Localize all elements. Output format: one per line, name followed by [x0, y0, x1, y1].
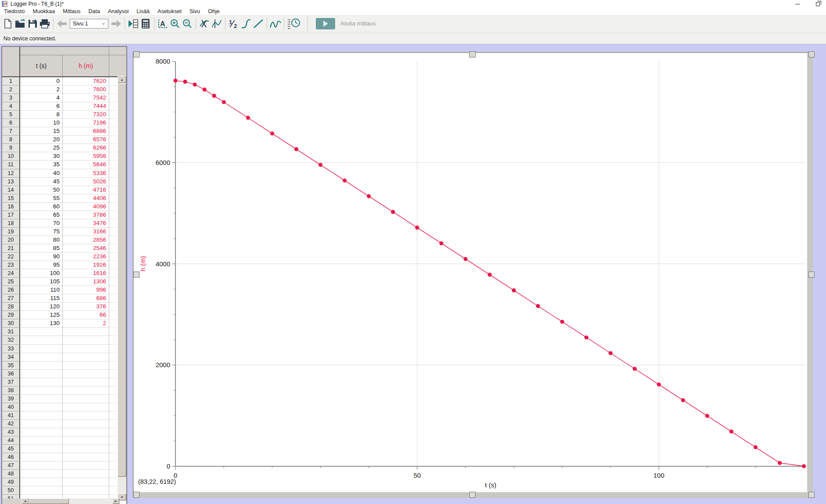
cell-t[interactable]: 75: [20, 228, 63, 236]
cell-h[interactable]: 1306: [63, 278, 109, 286]
cell-h[interactable]: 4716: [63, 186, 109, 194]
cell-t[interactable]: 8: [20, 111, 63, 119]
cell-t[interactable]: 125: [20, 311, 63, 319]
cell-t[interactable]: [20, 470, 63, 478]
cell-h[interactable]: 686: [63, 294, 109, 303]
cell-h[interactable]: [63, 436, 109, 445]
scroll-up-icon[interactable]: ▲: [118, 76, 126, 83]
cell-t[interactable]: [20, 436, 63, 445]
graph-handle-bottom-right[interactable]: [808, 492, 815, 498]
table-vertical-scrollbar[interactable]: ▲ ▼: [118, 76, 126, 500]
cell-h[interactable]: [63, 370, 109, 378]
cell-t[interactable]: [20, 411, 63, 420]
cell-h[interactable]: 2: [63, 319, 109, 328]
cell-t[interactable]: [20, 361, 63, 370]
cell-t[interactable]: 35: [20, 161, 63, 169]
table-horizontal-scrollbar[interactable]: ◄ ►: [21, 498, 119, 504]
cell-t[interactable]: 50: [20, 186, 63, 194]
cell-t[interactable]: [20, 370, 63, 378]
cell-t[interactable]: 55: [20, 194, 63, 203]
cell-h[interactable]: 2856: [63, 236, 109, 244]
cell-h[interactable]: [63, 461, 109, 470]
graph-handle-top-right[interactable]: [808, 51, 815, 57]
cell-h[interactable]: [63, 378, 109, 386]
cell-h[interactable]: 2236: [63, 253, 109, 261]
print-button[interactable]: [39, 17, 51, 30]
cell-t[interactable]: 115: [20, 294, 63, 303]
cell-h[interactable]: [63, 386, 109, 395]
cell-t[interactable]: [20, 453, 63, 461]
cell-t[interactable]: 45: [20, 178, 63, 186]
cell-h[interactable]: 3786: [63, 211, 109, 219]
autoscale-button[interactable]: A: [157, 17, 169, 30]
cell-t[interactable]: [20, 403, 63, 411]
cell-h[interactable]: 5646: [63, 161, 109, 169]
cell-h[interactable]: 996: [63, 286, 109, 294]
graph-handle-bottom-center[interactable]: [469, 492, 476, 498]
cell-t[interactable]: [20, 461, 63, 470]
cell-t[interactable]: [20, 353, 63, 361]
vertical-scroll-thumb[interactable]: [118, 83, 126, 477]
zoom-in-button[interactable]: [169, 17, 181, 30]
menu-item-sivu[interactable]: Sivu: [186, 8, 204, 15]
cell-h[interactable]: 7444: [63, 102, 109, 111]
cell-h[interactable]: 1616: [63, 269, 109, 278]
graph-handle-mid-left[interactable]: [133, 272, 139, 278]
cell-h[interactable]: [63, 361, 109, 370]
restore-button[interactable]: [813, 0, 822, 7]
cell-h[interactable]: 7320: [63, 111, 109, 119]
cell-t[interactable]: [20, 420, 63, 428]
cell-t[interactable]: [20, 328, 63, 336]
cell-h[interactable]: 4406: [63, 194, 109, 203]
linear-fit-button[interactable]: [252, 17, 265, 30]
cell-t[interactable]: 6: [20, 102, 63, 111]
cell-t[interactable]: [20, 386, 63, 395]
integral-button[interactable]: 1 2: [228, 17, 240, 30]
cell-t[interactable]: 70: [20, 219, 63, 228]
cell-h[interactable]: [63, 470, 109, 478]
tangent-button[interactable]: [211, 17, 223, 30]
menu-item-ohje[interactable]: Ohje: [204, 8, 223, 15]
save-button[interactable]: [26, 17, 39, 30]
cell-h[interactable]: [63, 478, 109, 486]
cell-h[interactable]: 66: [63, 311, 109, 319]
cell-t[interactable]: [20, 486, 63, 495]
cell-t[interactable]: 130: [20, 319, 63, 328]
cell-h[interactable]: 6266: [63, 144, 109, 152]
minimize-button[interactable]: [793, 0, 802, 7]
cell-h[interactable]: 4096: [63, 203, 109, 211]
cell-h[interactable]: [63, 420, 109, 428]
next-page-button[interactable]: [110, 17, 122, 30]
calculator-button[interactable]: [139, 17, 152, 30]
graph-handle-mid-right[interactable]: [808, 272, 815, 278]
cell-h[interactable]: [63, 336, 109, 344]
graph-handle-bottom-left[interactable]: [133, 492, 139, 498]
cell-t[interactable]: [20, 345, 63, 353]
zoom-out-button[interactable]: [181, 17, 193, 30]
graph-canvas[interactable]: 02000400060008000050100t (s)h (m)(83,22,…: [134, 53, 807, 492]
cell-t[interactable]: 40: [20, 169, 63, 178]
cell-h[interactable]: [63, 353, 109, 361]
cell-t[interactable]: 120: [20, 303, 63, 311]
cell-h[interactable]: [63, 428, 109, 436]
horizontal-scroll-thumb[interactable]: [29, 498, 69, 504]
curve-fit-button[interactable]: [240, 17, 252, 30]
menu-item-data[interactable]: Data: [85, 8, 104, 15]
cell-t[interactable]: [20, 336, 63, 344]
cell-t[interactable]: [20, 478, 63, 486]
cell-h[interactable]: 5026: [63, 178, 109, 186]
menu-item-tiedosto[interactable]: Tiedosto: [0, 8, 29, 15]
cell-t[interactable]: 105: [20, 278, 63, 286]
cell-h[interactable]: 7600: [63, 86, 109, 94]
menu-item-analysoi[interactable]: Analysoi: [104, 8, 132, 15]
cell-t[interactable]: 20: [20, 136, 63, 144]
cell-h[interactable]: [63, 345, 109, 353]
cell-t[interactable]: 25: [20, 144, 63, 152]
cell-h[interactable]: [63, 403, 109, 411]
cell-t[interactable]: 2: [20, 86, 63, 94]
cell-h[interactable]: [63, 486, 109, 495]
open-file-button[interactable]: [14, 17, 26, 30]
cell-t[interactable]: [20, 445, 63, 453]
collect-button[interactable]: [316, 18, 335, 29]
cell-t[interactable]: 0: [20, 77, 63, 86]
